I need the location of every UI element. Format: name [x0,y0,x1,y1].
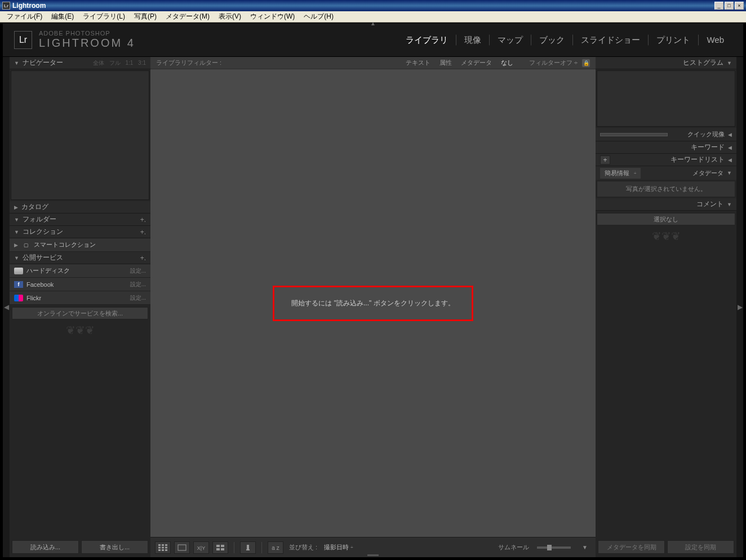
publish-header[interactable]: ▼ 公開サービス +. [10,252,150,264]
comment-header[interactable]: コメント ▼ [596,198,736,211]
menu-edit[interactable]: 編集(E) [47,11,78,23]
svg-rect-15 [247,545,249,549]
sync-settings-button[interactable]: 設定を同期 [667,540,734,554]
expand-left-icon[interactable]: ◀ [3,57,10,557]
flickr-settings-button[interactable]: 設定... [130,294,146,302]
catalog-title: カタログ [21,202,48,212]
module-book[interactable]: ブック [531,34,573,45]
expand-top-icon[interactable]: ▲ [370,20,376,26]
catalog-header[interactable]: ▶ カタログ [10,201,150,214]
svg-rect-11 [216,545,220,547]
module-library[interactable]: ライブラリ [398,34,456,45]
add-collection-icon[interactable]: +. [140,228,146,236]
brand-text: ADOBE PHOTOSHOP LIGHTROOM 4 [39,30,135,50]
navigator-preview [11,70,149,200]
brand-line2: LIGHTROOM 4 [39,37,135,50]
menu-help[interactable]: ヘルプ(H) [299,11,338,23]
menu-photo[interactable]: 写真(P) [130,11,161,23]
left-bottom-bar: 読み込み... 書き出し... [10,537,150,557]
svg-rect-5 [165,546,167,548]
svg-rect-12 [221,545,224,547]
metadata-header[interactable]: 簡易情報 ÷ メタデータ ▼ [596,166,736,180]
navigator-header[interactable]: ▼ ナビゲーター 全体 フル 1:1 3:1 [10,57,150,69]
smart-collection-item[interactable]: ▶ ▢ スマートコレクション [10,238,150,252]
triangle-left-icon: ◀ [728,132,732,137]
keyword-list-header[interactable]: + キーワードリスト ◀ [596,154,736,166]
publish-title: 公開サービス [23,253,63,263]
triangle-down-icon: ▼ [14,229,19,235]
filter-off-label[interactable]: フィルターオフ ÷ [529,59,578,67]
comment-message: 選択なし [597,213,735,225]
module-slideshow[interactable]: スライドショー [573,34,649,45]
toolbar-menu-button[interactable]: ▼ [579,544,591,550]
expand-right-icon[interactable]: ▶ [736,57,743,557]
menu-window[interactable]: ウィンドウ(W) [246,11,299,23]
thumbnail-size-slider[interactable] [537,546,571,549]
publish-flickr[interactable]: Flickr 設定... [10,291,150,305]
quick-develop-header[interactable]: クイック現像 ◀ [596,128,736,141]
folder-header[interactable]: ▼ フォルダー +. [10,214,150,226]
module-map[interactable]: マップ [490,34,531,45]
svg-rect-2 [165,544,167,546]
add-folder-icon[interactable]: +. [140,216,146,224]
fb-settings-button[interactable]: 設定... [130,281,146,288]
add-publish-icon[interactable]: +. [140,254,146,262]
survey-view-button[interactable] [212,541,228,554]
histogram-header[interactable]: ヒストグラム ▼ [596,57,736,69]
sort-value-dropdown[interactable]: 撮影日時 ÷ [324,543,353,552]
metadata-preset-dropdown[interactable]: 簡易情報 ÷ [600,168,641,179]
compare-view-button[interactable]: X|Y [193,541,209,554]
filter-metadata[interactable]: メタデータ [461,59,492,67]
menu-file[interactable]: ファイル(F) [2,11,47,23]
module-develop[interactable]: 現像 [456,34,490,45]
svg-rect-9 [178,545,186,550]
triangle-right-icon: ▶ [14,205,18,210]
right-bottom-bar: メタデータを同期 設定を同期 [596,537,736,557]
minimize-button[interactable]: _ [714,2,723,10]
add-keyword-button[interactable]: + [600,155,610,165]
keyword-header[interactable]: キーワード ◀ [596,141,736,154]
svg-rect-6 [158,549,161,551]
filter-attribute[interactable]: 属性 [439,59,452,67]
collection-header[interactable]: ▼ コレクション +. [10,226,150,238]
thumbnail-label: サムネール [498,543,529,552]
triangle-down-icon: ▼ [727,170,732,176]
close-button[interactable]: × [735,2,744,10]
harddisk-icon [14,268,23,274]
triangle-down-icon: ▼ [14,60,19,66]
publish-facebook[interactable]: f Facebook 設定... [10,278,150,291]
expand-bottom-icon[interactable]: ▬▬ [367,551,379,557]
export-button[interactable]: 書き出し... [81,540,148,554]
triangle-left-icon: ◀ [728,145,732,150]
menu-library[interactable]: ライブラリ(L) [78,11,130,23]
module-web[interactable]: Web [699,34,732,45]
hd-settings-button[interactable]: 設定... [130,267,146,275]
grid-view-button[interactable] [155,541,171,554]
filter-text[interactable]: テキスト [406,59,430,67]
triangle-down-icon: ▼ [727,60,732,66]
import-button[interactable]: 読み込み... [12,540,79,554]
online-search-button[interactable]: オンラインでサービスを検索... [12,307,148,319]
menu-metadata[interactable]: メタデータ(M) [161,11,214,23]
navigator-zoom-opts[interactable]: 全体 フル 1:1 3:1 [90,59,146,67]
app-logo: Lr [14,31,32,49]
sort-label: 並び替え : [289,543,317,552]
ornament-icon: ❦❦❦ [596,228,736,245]
filter-none[interactable]: なし [501,59,513,67]
loupe-view-button[interactable] [174,541,190,554]
triangle-down-icon: ▼ [727,202,732,207]
histogram-display [597,70,735,127]
sort-direction-button[interactable]: a z [268,541,283,554]
histogram-title: ヒストグラム [683,58,723,68]
maximize-button[interactable]: □ [725,2,734,10]
svg-text:X|Y: X|Y [197,545,205,551]
slider-track[interactable] [600,133,668,136]
center-area: ライブラリフィルター : テキスト 属性 メタデータ なし フィルターオフ ÷ … [150,57,596,557]
menu-view[interactable]: 表示(V) [214,11,246,23]
module-print[interactable]: プリント [649,34,699,45]
painter-button[interactable] [240,541,256,554]
lock-icon[interactable]: 🔒 [582,59,590,67]
publish-harddisk[interactable]: ハードディスク 設定... [10,264,150,278]
sync-metadata-button[interactable]: メタデータを同期 [598,540,665,554]
svg-rect-14 [221,548,224,550]
